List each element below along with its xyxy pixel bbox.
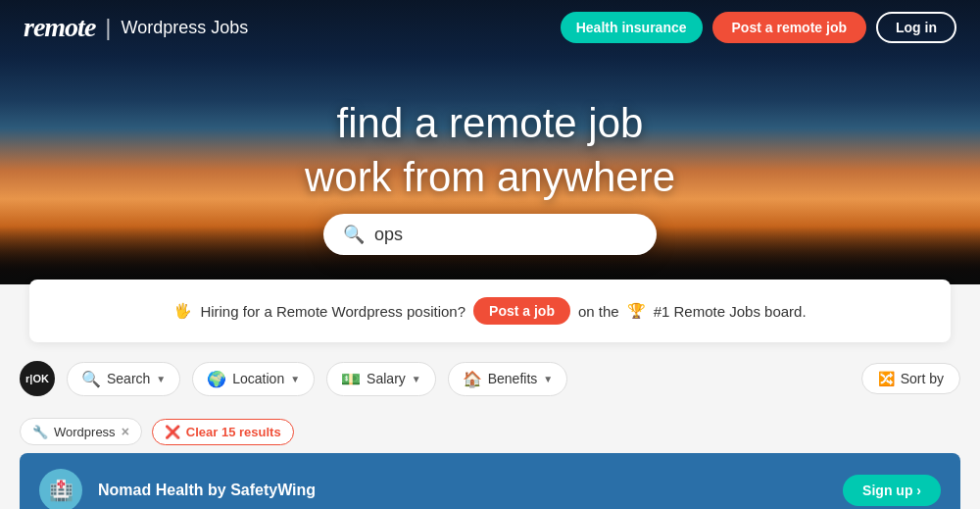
post-remote-job-button[interactable]: Post a remote job [712, 12, 866, 43]
search-container: 🔍 [323, 214, 657, 255]
brand: remote | Wordpress Jobs [24, 12, 248, 43]
salary-chevron-icon: ▼ [412, 374, 421, 384]
hero-line2: work from anywhere [305, 151, 675, 205]
company-avatar: 🏥 [39, 469, 82, 509]
location-filter-button[interactable]: 🌍 Location ▼ [192, 362, 315, 396]
brand-divider: | [105, 14, 111, 41]
location-chevron-icon: ▼ [290, 374, 300, 384]
hero-content: find a remote job work from anywhere [305, 97, 675, 204]
hiring-banner: 🖐️ Hiring for a Remote Wordpress positio… [29, 280, 951, 342]
hiring-suffix: on the [578, 303, 619, 320]
remote-ok-logo: r|OK [20, 361, 55, 396]
clear-label: Clear 15 results [186, 425, 281, 439]
trophy-icon: 🏆 [627, 302, 646, 320]
benefits-filter-button[interactable]: 🏠 Benefits ▼ [448, 362, 568, 396]
company-name: Nomad Health by SafetyWing [98, 482, 316, 499]
hero-section: remote | Wordpress Jobs Health insurance… [0, 0, 980, 284]
wordpress-tag-remove[interactable]: × [122, 424, 129, 439]
brand-remote: remote [24, 12, 95, 43]
job-card-preview: 🏥 Nomad Health by SafetyWing Sign up › [20, 453, 960, 509]
sort-by-button[interactable]: 🔀 Sort by [861, 363, 960, 394]
clear-results-button[interactable]: ❌ Clear 15 results [152, 419, 294, 445]
post-a-job-button[interactable]: Post a job [473, 297, 570, 325]
nav-buttons: Health insurance Post a remote job Log i… [561, 12, 956, 43]
logo-text: r|OK [25, 373, 49, 384]
hiring-rank: #1 Remote Jobs board. [654, 303, 807, 320]
benefits-chevron-icon: ▼ [543, 374, 553, 384]
hero-line1: find a remote job [305, 97, 675, 151]
location-filter-label: Location [232, 371, 284, 386]
company-avatar-icon: 🏥 [49, 479, 74, 502]
login-button[interactable]: Log in [876, 12, 956, 43]
tags-bar: 🔧 Wordpress × ❌ Clear 15 results [0, 410, 980, 453]
signup-button[interactable]: Sign up › [843, 475, 941, 506]
health-insurance-button[interactable]: Health insurance [561, 12, 703, 43]
hiring-text: Hiring for a Remote Wordpress position? [200, 303, 466, 320]
sort-icon: 🔀 [878, 371, 895, 386]
location-filter-icon: 🌍 [207, 370, 226, 388]
salary-filter-icon: 💵 [341, 370, 361, 388]
hiring-icon: 🖐️ [173, 302, 192, 320]
wordpress-icon: 🔧 [32, 425, 48, 439]
clear-icon: ❌ [165, 425, 180, 439]
salary-filter-label: Salary [367, 371, 406, 386]
search-filter-label: Search [107, 371, 150, 386]
hero-title: find a remote job work from anywhere [305, 97, 675, 204]
main-search-input[interactable] [374, 225, 637, 245]
wordpress-tag-label: Wordpress [54, 425, 116, 439]
benefits-filter-label: Benefits [488, 371, 538, 386]
salary-filter-button[interactable]: 💵 Salary ▼ [326, 362, 436, 396]
benefits-filter-icon: 🏠 [463, 370, 482, 388]
filter-bar: r|OK 🔍 Search ▼ 🌍 Location ▼ 💵 Salary ▼ … [0, 347, 980, 410]
brand-subtitle: Wordpress Jobs [122, 18, 249, 38]
wordpress-tag: 🔧 Wordpress × [20, 418, 142, 445]
search-filter-button[interactable]: 🔍 Search ▼ [67, 362, 180, 396]
sort-by-label: Sort by [901, 371, 944, 386]
search-chevron-icon: ▼ [156, 374, 166, 384]
search-bar: 🔍 [323, 214, 657, 255]
search-filter-icon: 🔍 [81, 370, 101, 388]
search-icon: 🔍 [343, 224, 365, 245]
navbar: remote | Wordpress Jobs Health insurance… [0, 0, 980, 55]
